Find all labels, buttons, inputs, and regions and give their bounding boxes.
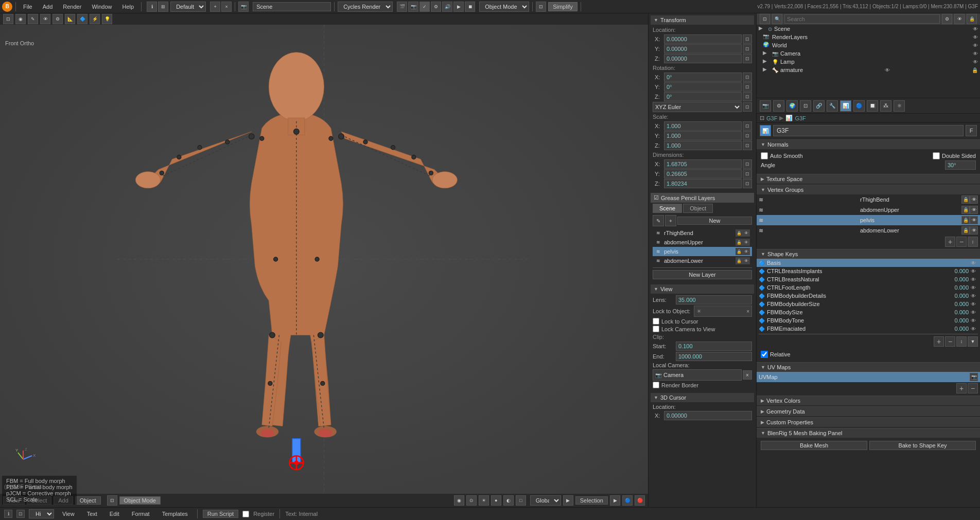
dim-z-copy[interactable]: ⊡ [743,179,752,188]
outliner-icon4[interactable]: 👁 [954,14,965,24]
outliner-icon2[interactable]: 🔍 [772,14,782,24]
texture-space-header[interactable]: ▶ Texture Space [757,174,980,184]
sk-header[interactable]: ▼ Shape Keys [757,249,980,259]
scale-x-copy[interactable]: ⊡ [743,121,752,131]
icon-vp4[interactable]: ● [491,495,501,506]
bottom-format[interactable]: Format [128,510,154,518]
sk-item-6[interactable]: 🔷 FBMBodySize 0.000 👁 [757,308,980,316]
layer-lock-1[interactable]: 🔒 [736,239,743,246]
cursor-3d-header[interactable]: ▼ 3D Cursor [651,393,754,402]
lock-camera-row[interactable]: Lock Camera to View [651,325,754,333]
select-button[interactable]: Select [27,496,52,505]
vg-item-0[interactable]: ≋ rThighBend 🔒 👁 [757,194,980,205]
loc-x-input[interactable] [664,34,742,44]
sk-eye-1[interactable]: 👁 [971,268,978,274]
double-sided-check[interactable] [933,152,940,159]
breadcrumb-obj[interactable]: G3F [766,115,777,121]
menu-window[interactable]: Window [87,3,116,11]
sk-item-8[interactable]: 🔷 FBMEmaciated 0.000 👁 [757,325,980,333]
object-mode-selector[interactable]: Object Mode [479,2,529,12]
cursor-x-input[interactable] [664,411,752,420]
vg-remove-btn[interactable]: − [956,237,967,247]
scene-input[interactable] [253,2,331,11]
outliner-search[interactable] [784,14,940,24]
mode-select-bottom[interactable]: Hi [29,509,54,518]
vg-add-btn[interactable]: + [945,237,955,247]
lock-camera-checkbox[interactable] [653,326,659,332]
icon-vp10[interactable]: 🔴 [635,495,645,506]
view-button[interactable]: View [3,496,25,505]
scale-y-input[interactable] [664,131,742,140]
dim-x-copy[interactable]: ⊡ [743,159,752,169]
props-data-icon[interactable]: 📊 [840,100,851,112]
rot-y-input[interactable] [664,82,742,92]
register-check[interactable] [242,511,249,517]
props-world-icon[interactable]: 🌍 [786,100,798,112]
loc-y-input[interactable] [664,44,742,53]
icon-render3[interactable]: ✓ [419,2,430,12]
bottom-icon2[interactable]: ⊡ [16,510,25,518]
sk-item-1[interactable]: 🔷 CTRLBreastsImplants 0.000 👁 [757,267,980,275]
lens-input[interactable] [676,295,752,304]
layer-eye-2[interactable]: 👁 [743,248,750,255]
rot-x-input[interactable] [664,73,742,82]
rl-eye[interactable]: 👁 [973,34,978,40]
view-icon3[interactable]: ✎ [28,14,38,24]
fake-user-btn[interactable]: F [966,125,977,136]
outliner-scene[interactable]: ▶ ⊙ Scene 👁 [757,25,980,33]
lamp-eye[interactable]: 👁 [973,59,978,65]
vg-lock-1[interactable]: 👁 [970,206,978,214]
uv-remove-btn[interactable]: − [968,383,978,393]
relative-check[interactable] [761,351,768,358]
outliner-icon3[interactable]: ⚙ [942,14,952,24]
gp-header[interactable]: ☑ Grease Pencil Layers [651,193,754,203]
sk-item-2[interactable]: 🔷 CTRLBreastsNatural 0.000 👁 [757,275,980,283]
layer-pelvis[interactable]: ≋ pelvis 🔒 👁 [653,247,752,256]
vg-header[interactable]: ▼ Vertex Groups [757,185,980,194]
vg-lock-0[interactable]: 👁 [970,195,978,204]
outliner-icon5[interactable]: 🔒 [967,14,977,24]
rot-y-copy[interactable]: ⊡ [743,82,752,92]
vg-item-1[interactable]: ≋ abdomenUpper 🔒 👁 [757,205,980,215]
sk-eye-5[interactable]: 👁 [971,301,978,307]
layer-abdomenlower[interactable]: ≋ abdomenLower 🔒 👁 [653,256,752,265]
render-engine-selector[interactable]: Cycles Render [338,2,393,12]
layer-abdomenupper[interactable]: ≋ abdomenUpper 🔒 👁 [653,238,752,247]
layer-lock-3[interactable]: 🔒 [736,257,743,264]
view-icon9[interactable]: 💡 [102,14,112,24]
icon-render6[interactable]: ▶ [453,2,464,12]
outliner-camera[interactable]: ▶ 📷 Camera 👁 [757,49,980,58]
menu-help[interactable]: Help [118,3,138,11]
clip-start-input[interactable] [676,342,752,351]
cam-eye[interactable]: 👁 [973,51,978,57]
camera-selector[interactable]: 📷 Camera [653,369,742,381]
sk-eye-8[interactable]: 👁 [971,326,978,332]
icon-vp8[interactable]: ▶ [610,495,620,506]
props-texture-icon[interactable]: 🔲 [867,100,878,112]
render-border-row[interactable]: Render Border [651,381,754,389]
icon-vp5[interactable]: ◐ [503,495,514,506]
menu-render[interactable]: Render [59,3,85,11]
sk-sort-btn[interactable]: ↕ [956,336,967,347]
layer-eye-1[interactable]: 👁 [743,239,750,246]
icon-render1[interactable]: 🎬 [397,2,407,12]
icon-vp1[interactable]: ◉ [454,495,464,506]
arm-eye[interactable]: 👁 [885,67,890,73]
add-button[interactable]: Add [54,496,73,505]
vg-eye-1[interactable]: 🔒 [961,206,970,214]
sk-eye-6[interactable]: 👁 [971,310,978,315]
obj-name-input[interactable] [773,125,964,136]
scale-z-copy[interactable]: ⊡ [743,141,752,150]
gp-tab-scene[interactable]: Scene [653,204,682,213]
uv-item-uvmap[interactable]: UVMap 📷 [757,372,980,382]
lock-cursor-row[interactable]: Lock to Cursor [651,317,754,325]
sk-item-basis[interactable]: 🔷 Basis 👁 [757,259,980,267]
loc-z-copy[interactable]: ⊡ [743,54,752,63]
sk-eye-3[interactable]: 👁 [971,285,978,291]
sk-eye-2[interactable]: 👁 [971,277,978,282]
vg-lock-2[interactable]: 👁 [970,216,978,224]
sk-item-3[interactable]: 🔷 CTRLFootLength 0.000 👁 [757,283,980,292]
sk-eye-4[interactable]: 👁 [971,293,978,299]
view-icon6[interactable]: 📐 [65,14,75,24]
vg-sort-btn[interactable]: ↕ [968,237,978,247]
